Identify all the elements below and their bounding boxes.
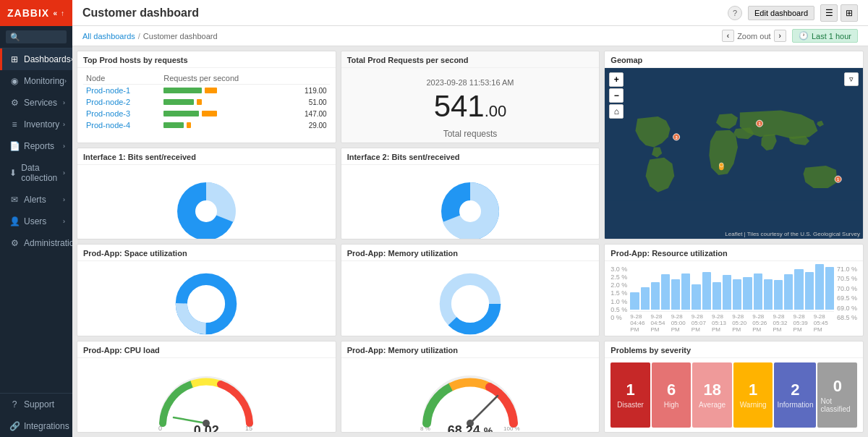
gauge-memory: 8 % 100 % 68.24 % Memory utilization: [412, 362, 528, 433]
dashboard-grid: Top Prod hosts by requests Node Requests…: [72, 46, 868, 437]
search-input[interactable]: [6, 30, 67, 43]
sidebar-item-label: Administration: [24, 238, 72, 248]
sidebar-item-services[interactable]: ⚙ Services ›: [0, 92, 72, 114]
administration-icon: ⚙: [9, 238, 20, 248]
chevron-icon: ›: [63, 196, 65, 203]
logo-text: ZABBIX: [7, 7, 49, 19]
grid-view-button[interactable]: ⊞: [841, 4, 858, 22]
severity-item[interactable]: 1 Disaster: [610, 362, 650, 428]
world-map: 3 1 1: [605, 68, 863, 239]
last-hour-label: Last 1 hour: [812, 32, 851, 41]
chart-bar: [702, 272, 711, 310]
severity-item[interactable]: 1 Warning: [733, 362, 773, 428]
total-req-label: Total requests: [347, 129, 594, 139]
chart-bar: [630, 292, 639, 310]
sidebar-item-support[interactable]: ? Support: [0, 394, 72, 415]
sidebar-item-integrations[interactable]: 🔗 Integrations: [0, 415, 72, 437]
chart-bar: [805, 272, 814, 310]
severity-count: 1: [626, 381, 634, 399]
sidebar-item-alerts[interactable]: ✉ Alerts ›: [0, 189, 72, 211]
sidebar-item-administration[interactable]: ⚙ Administration ›: [0, 232, 72, 254]
dashboards-icon: ⊞: [9, 54, 20, 64]
panel-interface1-body: Switch HP 2530-48g: Inte... Switch HP 25…: [77, 165, 336, 240]
severity-count: 6: [667, 381, 676, 399]
donut-svg-memory: [438, 271, 503, 336]
chart-bar: [743, 277, 752, 310]
header-icons: ☰ ⊞: [820, 4, 858, 22]
chevron-icon: ›: [63, 169, 65, 177]
reports-icon: 📄: [9, 141, 20, 151]
map-home-button[interactable]: ⌂: [609, 104, 624, 119]
panel-top-hosts-title: Top Prod hosts by requests: [77, 51, 336, 68]
panel-top-hosts-body: Node Requests per second Prod-node-1 119…: [77, 68, 336, 143]
sidebar-bottom: ? Support 🔗 Integrations: [0, 393, 72, 437]
sidebar-item-monitoring[interactable]: ◉ Monitoring ›: [0, 70, 72, 92]
severity-label: Warning: [740, 401, 767, 409]
chart-bar: [774, 280, 783, 310]
edit-dashboard-button[interactable]: Edit dashboard: [748, 6, 814, 20]
hosts-table: Node Requests per second Prod-node-1 119…: [83, 72, 330, 131]
node-bar: [161, 85, 286, 97]
sidebar-item-inventory[interactable]: ≡ Inventory ›: [0, 114, 72, 135]
sidebar-item-label: Inventory: [24, 119, 59, 130]
panel-problems-title: Problems by severity: [605, 341, 863, 358]
table-row: Prod-node-1 119.00: [83, 85, 330, 97]
total-req-value: 541.00: [347, 90, 594, 123]
svg-point-18: [452, 286, 488, 322]
severity-item[interactable]: 6 High: [652, 362, 692, 428]
svg-text:1: 1: [837, 177, 839, 182]
panel-interface1-title: Interface 1: Bits sent/received: [77, 148, 336, 165]
severity-item[interactable]: 0 Not classified: [817, 362, 857, 428]
panel-total-requests-body: 2023-09-28 11:53:16 AM 541.00 Total requ…: [341, 68, 600, 143]
help-button[interactable]: ?: [728, 6, 742, 20]
zoom-out-label: Zoom out: [737, 32, 770, 41]
node-value: 147.00: [286, 108, 330, 119]
node-bar: [161, 108, 286, 119]
users-icon: 👤: [9, 216, 20, 226]
breadcrumb-right: ‹ Zoom out › 🕐 Last 1 hour: [722, 29, 858, 43]
severity-count: 18: [703, 381, 720, 399]
gauge-cpu: 0 15 0.02 Load average (5m avg): [148, 362, 264, 433]
sidebar-item-reports[interactable]: 📄 Reports ›: [0, 135, 72, 157]
panel-space-util-body: Prod-App-1 / Total space Prod-App-1 / Us…: [77, 261, 336, 336]
last-hour-button[interactable]: 🕐 Last 1 hour: [792, 29, 858, 43]
svg-point-12: [459, 200, 481, 222]
sidebar-item-dashboards[interactable]: ⊞ Dashboards ›: [0, 48, 72, 70]
panel-resource-util-title: Prod-App: Resource utilization: [605, 245, 863, 261]
geomap-controls: + − ⌂: [609, 72, 624, 119]
collapse-icon[interactable]: «: [53, 9, 58, 17]
breadcrumb-all-dashboards[interactable]: All dashboards: [82, 32, 135, 41]
sidebar-item-data-collection[interactable]: ⬇ Data collection ›: [0, 157, 72, 189]
panel-total-requests: Total Prod Requests per second 2023-09-2…: [341, 51, 600, 143]
chevron-icon: ›: [64, 77, 67, 85]
expand-icon[interactable]: ↑: [61, 9, 65, 17]
geomap-filter-button[interactable]: ▿: [844, 72, 859, 86]
svg-text:0: 0: [158, 425, 162, 430]
sidebar-item-users[interactable]: 👤 Users ›: [0, 211, 72, 232]
panel-top-hosts: Top Prod hosts by requests Node Requests…: [77, 51, 336, 143]
sidebar-item-label: Monitoring: [24, 76, 64, 86]
zoom-next-button[interactable]: ›: [774, 30, 786, 42]
zoom-prev-button[interactable]: ‹: [722, 30, 734, 42]
severity-item[interactable]: 18 Average: [692, 362, 732, 428]
svg-point-15: [188, 286, 224, 322]
svg-line-19: [174, 417, 206, 423]
panel-problems-body: 1 Disaster 6 High 18 Average 1 Warning 2…: [605, 358, 863, 433]
svg-text:8 %: 8 %: [420, 425, 430, 430]
gauge-svg-cpu: 0 15: [148, 365, 264, 430]
sidebar-item-label: Users: [24, 216, 46, 226]
chart-bar: [754, 273, 762, 310]
map-zoom-in-button[interactable]: +: [609, 72, 624, 87]
map-zoom-out-button[interactable]: −: [609, 88, 624, 103]
list-view-button[interactable]: ☰: [820, 4, 838, 22]
severity-item[interactable]: 2 Information: [774, 362, 816, 428]
geomap-body: + − ⌂ ▿: [605, 68, 863, 239]
monitoring-icon: ◉: [9, 76, 20, 86]
severity-label: High: [664, 401, 679, 409]
main-content: Customer dashboard ? Edit dashboard ☰ ⊞ …: [72, 0, 868, 437]
chevron-icon: ›: [63, 121, 65, 128]
severity-label: Disaster: [617, 401, 644, 409]
pie-chart-1: [83, 169, 330, 240]
panel-geomap: Geomap + − ⌂ ▿: [604, 51, 864, 239]
panel-interface2: Interface 2: Bits sent/received Switch H…: [341, 148, 600, 240]
